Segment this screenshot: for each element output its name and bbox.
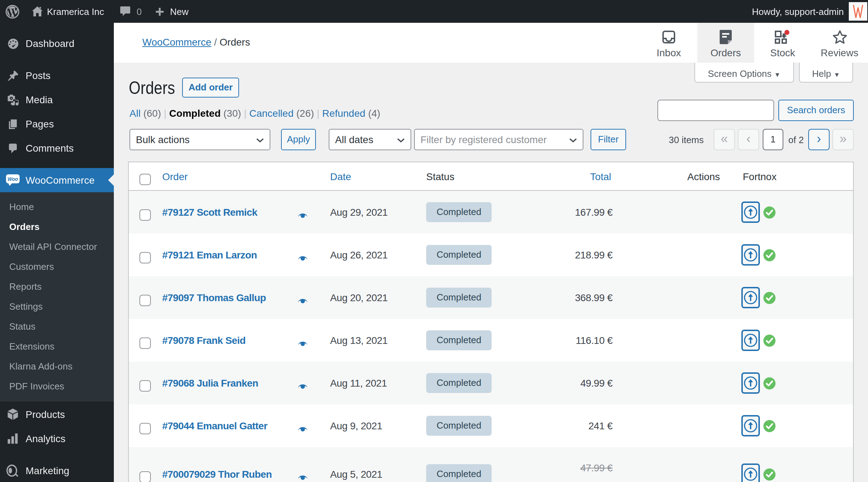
svg-text:Woo: Woo [7,176,18,182]
